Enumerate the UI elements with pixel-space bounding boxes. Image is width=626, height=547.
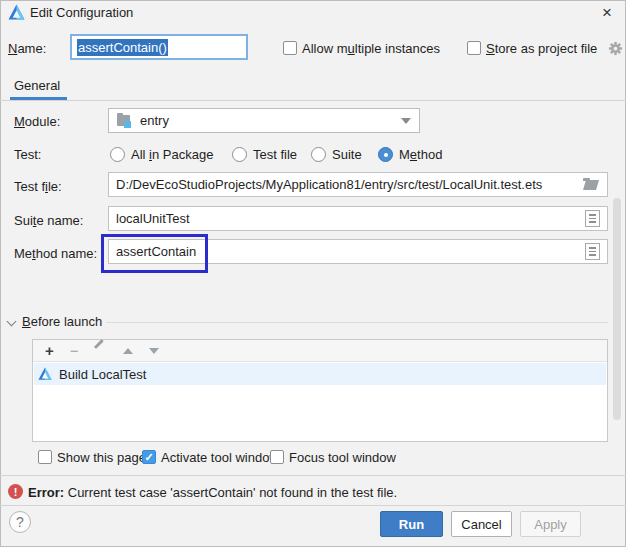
chevron-collapse-icon[interactable] — [8, 318, 17, 327]
move-down-icon[interactable] — [149, 348, 159, 354]
suite-name-value: localUnitTest — [116, 211, 585, 226]
radio-method[interactable] — [378, 147, 393, 162]
add-icon[interactable]: + — [45, 343, 54, 358]
store-as-project-file-checkbox[interactable] — [467, 41, 481, 55]
before-launch-title[interactable]: Before launch — [22, 314, 102, 330]
before-launch-panel: + − Build LocalTest — [32, 339, 608, 442]
check-icon: ✓ — [144, 451, 153, 464]
before-launch-rule — [106, 322, 608, 323]
edit-configuration-dialog: { "window": { "title": "Edit Configurati… — [0, 0, 626, 547]
error-separator — [0, 475, 626, 476]
radio-test-file-label[interactable]: Test file — [253, 147, 297, 163]
before-launch-toolbar: + − — [33, 340, 607, 362]
activate-tool-window-label[interactable]: Activate tool window — [161, 450, 279, 466]
cancel-button[interactable]: Cancel — [451, 511, 512, 537]
radio-all-in-package-label[interactable]: All in Package — [131, 147, 213, 163]
list-item-label: Build LocalTest — [59, 367, 146, 382]
remove-icon[interactable]: − — [70, 343, 79, 358]
chevron-down-icon — [401, 118, 411, 124]
radio-all-in-package[interactable] — [110, 147, 125, 162]
radio-suite-label[interactable]: Suite — [332, 147, 362, 163]
radio-test-file[interactable] — [232, 147, 247, 162]
suite-name-label: Suite name: — [14, 213, 83, 229]
test-file-input[interactable]: D:/DevEcoStudioProjects/MyApplication81/… — [108, 172, 608, 197]
activate-tool-window-checkbox[interactable]: ✓ — [142, 450, 156, 464]
radio-method-label[interactable]: Method — [399, 147, 442, 163]
module-select[interactable]: entry — [108, 108, 420, 133]
focus-tool-window-label[interactable]: Focus tool window — [289, 450, 396, 466]
allow-multiple-instances-label: Allow multiple instances — [302, 41, 440, 57]
dialog-title: Edit Configuration — [30, 5, 133, 21]
deveco-logo-icon — [8, 4, 25, 21]
move-up-icon[interactable] — [123, 348, 133, 354]
browse-folder-icon[interactable] — [583, 178, 600, 191]
method-name-label: Method name: — [14, 246, 97, 262]
error-message: Error: Current test case 'assertContain'… — [28, 485, 397, 501]
radio-suite[interactable] — [311, 147, 326, 162]
module-label: Module: — [14, 114, 60, 130]
allow-multiple-instances-checkbox[interactable] — [283, 41, 297, 55]
run-button[interactable]: Run — [380, 511, 443, 537]
name-label: Name: — [8, 41, 46, 57]
tab-separator — [0, 100, 626, 101]
edit-pencil-icon[interactable] — [95, 345, 107, 357]
test-file-value: D:/DevEcoStudioProjects/MyApplication81/… — [116, 177, 583, 192]
name-input-selected-text: assertContain() — [77, 39, 168, 56]
insert-macros-icon[interactable] — [585, 210, 600, 227]
suite-name-input[interactable]: localUnitTest — [108, 206, 608, 231]
list-item-build-localtest[interactable]: Build LocalTest — [34, 363, 606, 385]
apply-button[interactable]: Apply — [520, 511, 581, 537]
focus-tool-window-checkbox[interactable] — [270, 450, 284, 464]
store-as-project-file-label: Store as project file — [486, 41, 597, 57]
module-icon — [117, 114, 133, 128]
help-button[interactable]: ? — [9, 511, 31, 533]
insert-macros-icon[interactable] — [585, 243, 600, 260]
vertical-scrollbar-thumb[interactable] — [613, 198, 621, 420]
deveco-build-icon — [38, 367, 52, 381]
test-file-label: Test file: — [14, 179, 62, 195]
test-label: Test: — [14, 147, 41, 163]
name-input[interactable]: assertContain() — [70, 34, 248, 60]
tab-general[interactable]: General — [14, 78, 60, 94]
module-value: entry — [140, 113, 169, 128]
error-text: Current test case 'assertContain' not fo… — [68, 485, 397, 500]
show-this-page-label[interactable]: Show this page — [57, 450, 146, 466]
question-icon: ? — [16, 514, 24, 530]
gear-icon[interactable] — [608, 41, 623, 56]
footer-separator — [0, 505, 626, 506]
close-icon[interactable]: × — [596, 2, 618, 24]
error-icon: ! — [8, 484, 23, 499]
show-this-page-checkbox[interactable] — [38, 450, 52, 464]
highlight-annotation-box — [101, 234, 208, 273]
error-prefix: Error: — [28, 485, 64, 500]
